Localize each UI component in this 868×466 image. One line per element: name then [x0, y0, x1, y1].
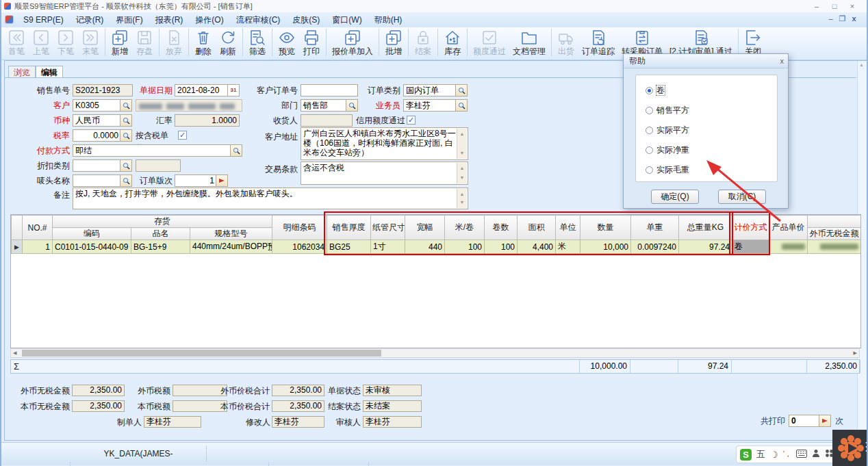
toolbar-button-filter[interactable]: 筛选	[245, 27, 270, 57]
column-header-rolls[interactable]: 卷数	[485, 216, 518, 240]
lookup-icon[interactable]	[120, 100, 131, 111]
mdi-close-button[interactable]: x	[848, 14, 860, 23]
trade-terms-textarea[interactable]: 含运不含税 ▲▼	[301, 161, 468, 185]
menu-item[interactable]: 报表(R)	[149, 12, 190, 27]
cell-unit[interactable]: 米	[556, 240, 580, 254]
column-header-unit[interactable]: 单位	[556, 216, 580, 240]
menu-item[interactable]: 窗口(W)	[326, 12, 368, 27]
cust-addr-textarea[interactable]: 广州白云区人和镇白米布秀水工业区8号一楼（106国道，时利和海鲜酒家正对面, 白…	[301, 127, 468, 160]
menu-item[interactable]: 流程审核(C)	[230, 12, 287, 27]
column-header-width[interactable]: 宽幅	[405, 216, 445, 240]
print-count-field[interactable]: 0	[789, 415, 831, 427]
cell-width[interactable]: 440	[405, 240, 445, 254]
grid-horizontal-scrollbar[interactable]: ◀ ▶	[10, 348, 860, 358]
doc-date-field[interactable]: 2021-08-20 31	[175, 84, 240, 96]
customer-field[interactable]: K0305	[73, 99, 132, 112]
column-header-uprice[interactable]: 产品单价	[769, 216, 808, 240]
ime-toolbar[interactable]: S 五 ☽ ’，	[736, 445, 838, 463]
column-header-tube[interactable]: 纸管尺寸	[371, 216, 405, 240]
screen-recorder-logo[interactable]: •••	[832, 430, 868, 466]
menu-item[interactable]: 界面(F)	[110, 12, 149, 27]
column-header-rowsel[interactable]	[12, 216, 23, 240]
scroll-up-icon[interactable]: ▲	[859, 62, 864, 67]
column-header-mroll[interactable]: 米/卷	[445, 216, 485, 240]
toolbar-button-refresh[interactable]: 刷新	[216, 27, 240, 57]
cell-uweight[interactable]: 0.0097240	[631, 240, 679, 254]
cancel-button[interactable]: 取消(C)	[718, 190, 766, 204]
cell-area[interactable]: 4,400	[518, 240, 556, 254]
lookup-icon[interactable]	[120, 130, 131, 141]
salesman-field[interactable]: 李桂芬	[403, 99, 468, 112]
toolbar-button-inventory[interactable]: 库存	[440, 27, 465, 57]
cell-qty[interactable]: 10,000	[580, 240, 631, 254]
radio-icon[interactable]	[646, 166, 653, 174]
tax-incl-checkbox[interactable]: ✓	[178, 131, 187, 140]
toolbar-button-docmanage[interactable]: 文档管理	[509, 27, 549, 57]
wubi-mode-icon[interactable]: 五	[756, 448, 765, 461]
column-header-code[interactable]: 编码	[53, 228, 131, 240]
menu-item[interactable]: 皮肤(S)	[286, 12, 326, 27]
toolbar-button-preview[interactable]: 预览	[275, 27, 299, 57]
maximize-button[interactable]: □	[826, 0, 843, 12]
detail-grid[interactable]: NO.#存货明细条码销售厚度纸管尺寸宽幅米/卷卷数面积单位数量单重总重量KG计价…	[10, 214, 861, 348]
currency-field[interactable]: 人民币	[73, 114, 132, 127]
column-header-no[interactable]: NO.#	[23, 216, 53, 240]
column-header-pricing[interactable]: 计价方式	[732, 216, 769, 240]
toolbar-button-del[interactable]: 删除	[191, 27, 216, 57]
mark-name-field[interactable]	[73, 174, 132, 187]
rate-field[interactable]: 1.0000	[175, 114, 240, 127]
sogou-icon[interactable]: S	[740, 449, 752, 461]
cell-famount[interactable]	[808, 240, 861, 254]
column-header-barcode[interactable]: 明细条码	[272, 216, 327, 240]
column-header-thickness[interactable]: 销售厚度	[327, 216, 371, 240]
customer-po-field[interactable]	[301, 84, 358, 96]
row-pointer-icon[interactable]: ▶	[12, 240, 23, 254]
textarea-scrollbar[interactable]: ▲▼	[457, 129, 467, 159]
dialog-close-icon[interactable]: x	[780, 54, 784, 68]
moon-icon[interactable]: ☽	[770, 450, 778, 460]
lookup-icon[interactable]	[455, 100, 467, 111]
user-icon[interactable]	[812, 449, 820, 460]
lookup-icon[interactable]	[455, 85, 467, 96]
order-type-field[interactable]: 国内订单	[403, 84, 468, 96]
menu-item[interactable]: 操作(O)	[189, 12, 229, 27]
lookup-icon[interactable]	[346, 100, 357, 111]
grid-row[interactable]: ▶1C0101-015-0440-09BG-15+9440mm/24um/BOP…	[12, 240, 861, 254]
cell-tweight[interactable]: 97.24	[679, 240, 732, 254]
sales-no-field[interactable]: S2021-1923	[73, 84, 133, 96]
order-ver-field[interactable]: 1	[175, 174, 228, 187]
tab-browse[interactable]: 浏览	[8, 66, 36, 78]
radio-icon[interactable]	[646, 87, 653, 94]
cell-mroll[interactable]: 100	[445, 240, 485, 254]
logo-menu-dots[interactable]: •••	[865, 441, 867, 453]
toolbar-button-ordertrack[interactable]: 订单追踪	[578, 27, 618, 57]
cell-thickness[interactable]: BG25	[327, 240, 371, 254]
remark-textarea[interactable]: 按J, 天地盒，打井字带，外包缠绕膜。外包装加贴客户唛头。 ▲▼	[73, 187, 468, 209]
discount-field[interactable]	[73, 159, 132, 172]
payment-field[interactable]: 即结	[73, 144, 242, 157]
column-header-name[interactable]: 品名	[131, 228, 190, 240]
keyboard-icon[interactable]	[796, 450, 807, 460]
mdi-restore-button[interactable]: ❐	[837, 14, 848, 23]
credit-pass-checkbox[interactable]: ✓	[407, 116, 416, 125]
cell-pricing[interactable]: 卷	[732, 240, 769, 254]
punctuation-icon[interactable]: ’，	[783, 450, 791, 459]
cell-barcode[interactable]: 1062034	[272, 240, 327, 254]
cell-tube[interactable]: 1寸	[371, 240, 405, 254]
radio-option[interactable]: 销售平方	[646, 105, 689, 114]
column-header-spec[interactable]: 规格型号	[190, 228, 272, 240]
lookup-icon[interactable]	[120, 175, 131, 186]
radio-icon[interactable]	[646, 107, 653, 114]
radio-option[interactable]: 卷	[646, 85, 665, 94]
spinner-icon[interactable]	[819, 415, 830, 426]
column-header-qty[interactable]: 数量	[580, 216, 631, 240]
cell-no[interactable]: 1	[23, 240, 53, 254]
radio-icon[interactable]	[646, 127, 653, 134]
menu-item[interactable]: 记录(R)	[70, 12, 110, 27]
menu-item[interactable]: S9 ERP(E)	[17, 12, 70, 27]
lookup-icon[interactable]	[120, 160, 131, 171]
cell-uprice[interactable]	[769, 240, 808, 254]
column-header-tweight[interactable]: 总重量KG	[679, 216, 732, 240]
minimize-button[interactable]: –	[808, 0, 826, 12]
consignee-field[interactable]	[301, 114, 353, 127]
